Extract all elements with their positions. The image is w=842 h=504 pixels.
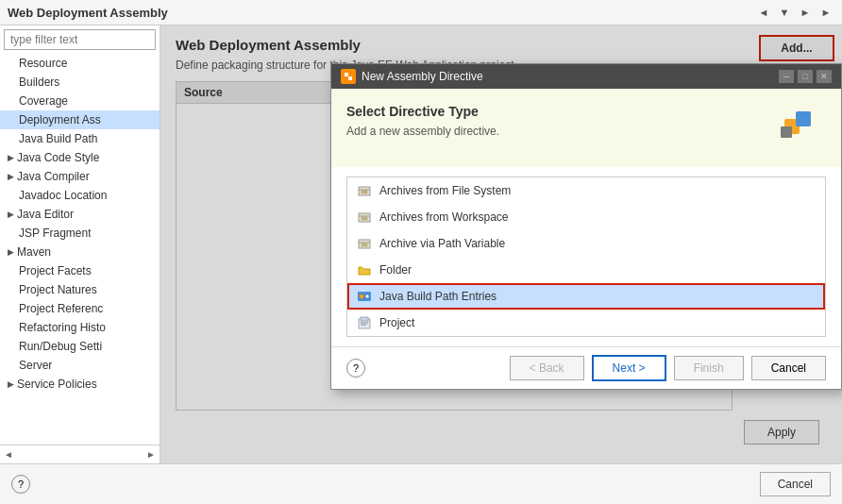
sidebar-item-java-compiler[interactable]: ▶Java Compiler [0, 167, 160, 186]
modal-item-archives-workspace[interactable]: Archives from Workspace [347, 204, 825, 230]
modal-item-label: Project [379, 316, 414, 329]
modal-titlebar-controls: ─ □ ✕ [779, 70, 832, 83]
sidebar-item-label: Java Editor [17, 208, 74, 221]
sidebar-item-label: Java Compiler [17, 170, 90, 183]
sidebar-item-label: Project Facets [19, 264, 92, 277]
modal-overlay: New Assembly Directive ─ □ ✕ Select Dire… [160, 25, 842, 463]
sidebar-item-service-policies[interactable]: ▶Service Policies [0, 375, 160, 394]
modal-item-project[interactable]: Project [347, 310, 825, 336]
finish-button[interactable]: Finish [674, 356, 744, 380]
sidebar-item-deployment-ass[interactable]: Deployment Ass [0, 110, 160, 129]
top-bar: Web Deployment Assembly ◄ ▼ ► ► [0, 0, 842, 25]
help-icon[interactable]: ? [11, 475, 30, 494]
window-title: Web Deployment Assembly [8, 6, 168, 20]
modal-body: Select Directive Type Add a new assembly… [331, 89, 841, 167]
filter-input[interactable] [4, 29, 156, 50]
back-button[interactable]: < Back [510, 356, 584, 380]
modal-footer: ? < Back Next > Finish Cancel [331, 346, 841, 389]
sidebar: ResourceBuildersCoverageDeployment AssJa… [0, 25, 160, 463]
sidebar-item-project-natures[interactable]: Project Natures [0, 280, 160, 299]
modal-item-label: Archives from Workspace [379, 210, 508, 224]
svg-rect-0 [345, 73, 348, 76]
modal-dialog: New Assembly Directive ─ □ ✕ Select Dire… [330, 63, 842, 390]
sidebar-item-server[interactable]: Server [0, 356, 160, 375]
modal-item-archive-path[interactable]: Archive via Path Variable [347, 230, 825, 257]
sidebar-item-label: Javadoc Location [19, 189, 107, 202]
svg-rect-3 [796, 111, 811, 126]
sidebar-item-maven[interactable]: ▶Maven [0, 243, 160, 261]
sidebar-item-label: Java Code Style [17, 151, 99, 164]
sidebar-item-label: JSP Fragment [19, 227, 91, 240]
sidebar-list: ResourceBuildersCoverageDeployment AssJa… [0, 54, 160, 445]
sidebar-item-builders[interactable]: Builders [0, 73, 160, 92]
modal-title: New Assembly Directive [362, 70, 483, 83]
sidebar-item-project-facets[interactable]: Project Facets [0, 261, 160, 280]
modal-close-btn[interactable]: ✕ [817, 70, 832, 83]
modal-decorator-icon [773, 104, 818, 152]
bottom-cancel-button[interactable]: Cancel [760, 472, 831, 496]
modal-item-archives-file[interactable]: Archives from File System [347, 177, 825, 204]
svg-rect-4 [781, 126, 792, 138]
cancel-button[interactable]: Cancel [751, 356, 826, 380]
sidebar-item-coverage[interactable]: Coverage [0, 92, 160, 110]
sidebar-item-label: Maven [17, 245, 51, 259]
modal-item-folder[interactable]: Folder [347, 257, 825, 283]
svg-rect-18 [361, 317, 368, 321]
expand-icon: ▶ [8, 379, 14, 389]
modal-item-label: Folder [379, 263, 412, 277]
archive-icon [357, 183, 372, 198]
modal-title-icon [341, 69, 356, 84]
modal-section-title: Select Directive Type [346, 104, 499, 119]
expand-icon: ▶ [8, 172, 14, 181]
bottom-bar: ? Cancel [0, 463, 842, 504]
modal-maximize-btn[interactable]: □ [798, 70, 813, 83]
sidebar-item-resource[interactable]: Resource [0, 54, 160, 73]
next-button[interactable]: Next > [592, 355, 666, 381]
sidebar-bottom: ◄ ► [0, 445, 160, 463]
forward-icon[interactable]: ► [797, 4, 814, 21]
top-bar-icons: ◄ ▼ ► ► [755, 4, 834, 21]
sidebar-item-label: Service Policies [17, 378, 97, 391]
svg-point-16 [365, 294, 369, 298]
sidebar-item-label: Run/Debug Setti [19, 340, 102, 353]
expand-icon: ▶ [8, 210, 14, 219]
sidebar-item-label: Refactoring Histo [19, 321, 106, 334]
modal-description: Add a new assembly directive. [346, 125, 499, 138]
forward2-icon[interactable]: ► [817, 4, 834, 21]
sidebar-item-java-editor[interactable]: ▶Java Editor [0, 205, 160, 224]
modal-minimize-btn[interactable]: ─ [779, 70, 794, 83]
modal-list-area: Archives from File SystemArchives from W… [346, 176, 826, 337]
scroll-left-icon[interactable]: ◄ [4, 449, 13, 460]
buildpath-icon [357, 289, 372, 304]
svg-rect-13 [362, 244, 367, 246]
back-icon[interactable]: ◄ [755, 4, 772, 21]
sidebar-item-java-build-path[interactable]: Java Build Path [0, 129, 160, 148]
archive-icon [357, 210, 372, 225]
sidebar-item-label: Builders [19, 76, 59, 89]
expand-icon: ▶ [8, 153, 14, 162]
sidebar-item-label: Project Natures [19, 283, 97, 296]
sidebar-item-label: Resource [19, 57, 67, 70]
modal-item-label: Archives from File System [379, 184, 511, 197]
scroll-right-icon[interactable]: ► [146, 449, 156, 460]
dropdown-icon[interactable]: ▼ [776, 4, 793, 21]
modal-item-java-build-path-entries[interactable]: Java Build Path Entries [347, 283, 825, 310]
sidebar-item-project-reference[interactable]: Project Referenc [0, 299, 160, 318]
content-area: ResourceBuildersCoverageDeployment AssJa… [0, 25, 842, 463]
sidebar-item-jsp-fragment[interactable]: JSP Fragment [0, 224, 160, 243]
modal-help-icon[interactable]: ? [346, 359, 365, 378]
archive-icon [357, 236, 372, 251]
sidebar-item-javadoc-location[interactable]: Javadoc Location [0, 186, 160, 205]
modal-item-label: Java Build Path Entries [379, 290, 497, 303]
sidebar-item-label: Project Referenc [19, 302, 103, 315]
sidebar-item-refactoring-history[interactable]: Refactoring Histo [0, 318, 160, 337]
sidebar-item-run-debug-settings[interactable]: Run/Debug Setti [0, 337, 160, 356]
bottom-right: Cancel [760, 472, 831, 496]
right-panel: Web Deployment Assembly Define packaging… [160, 25, 842, 463]
sidebar-item-java-code-style[interactable]: ▶Java Code Style [0, 148, 160, 167]
svg-rect-1 [348, 76, 352, 80]
sidebar-item-label: Coverage [19, 94, 68, 108]
modal-item-label: Archive via Path Variable [379, 237, 505, 250]
folder-icon [357, 262, 372, 277]
sidebar-item-label: Deployment Ass [19, 113, 101, 126]
